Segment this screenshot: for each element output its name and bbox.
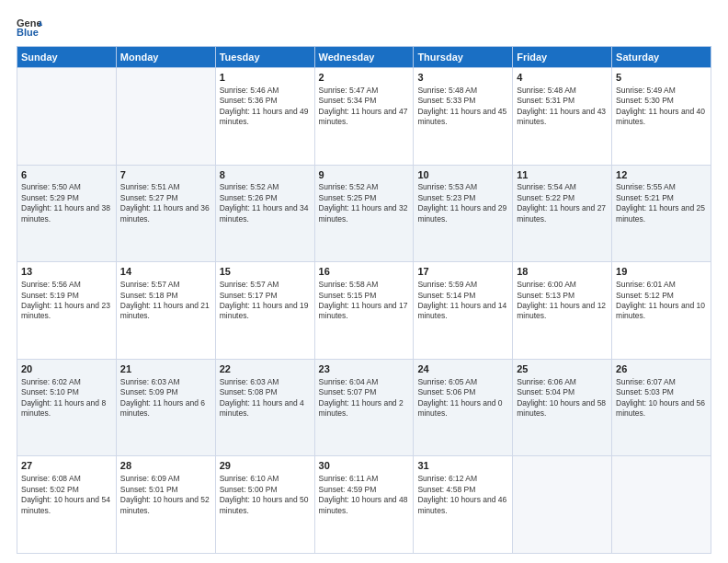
calendar-cell: 8Sunrise: 5:52 AM Sunset: 5:26 PM Daylig… <box>215 165 314 262</box>
day-number: 9 <box>319 168 410 182</box>
weekday-thursday: Thursday <box>414 47 513 68</box>
day-number: 4 <box>517 71 608 85</box>
day-number: 2 <box>319 71 410 85</box>
calendar-cell: 9Sunrise: 5:52 AM Sunset: 5:25 PM Daylig… <box>314 165 414 262</box>
calendar-cell: 15Sunrise: 5:57 AM Sunset: 5:17 PM Dayli… <box>215 262 314 360</box>
day-details: Sunrise: 5:46 AM Sunset: 5:36 PM Dayligh… <box>220 86 311 128</box>
calendar-cell: 27Sunrise: 6:08 AM Sunset: 5:02 PM Dayli… <box>17 456 117 554</box>
day-details: Sunrise: 6:12 AM Sunset: 4:58 PM Dayligh… <box>417 474 508 516</box>
day-details: Sunrise: 5:48 AM Sunset: 5:33 PM Dayligh… <box>417 86 508 128</box>
day-number: 5 <box>616 71 707 85</box>
day-number: 6 <box>21 168 112 182</box>
day-number: 15 <box>220 265 311 279</box>
weekday-sunday: Sunday <box>17 47 117 68</box>
day-number: 31 <box>417 459 508 473</box>
day-details: Sunrise: 5:52 AM Sunset: 5:25 PM Dayligh… <box>319 182 410 224</box>
calendar-cell: 23Sunrise: 6:04 AM Sunset: 5:07 PM Dayli… <box>314 359 414 456</box>
logo-icon: General Blue <box>17 17 42 37</box>
calendar-cell: 7Sunrise: 5:51 AM Sunset: 5:27 PM Daylig… <box>116 165 215 262</box>
day-details: Sunrise: 5:57 AM Sunset: 5:17 PM Dayligh… <box>220 280 311 322</box>
svg-text:Blue: Blue <box>17 27 39 37</box>
weekday-wednesday: Wednesday <box>314 47 414 68</box>
week-row-4: 20Sunrise: 6:02 AM Sunset: 5:10 PM Dayli… <box>17 359 711 456</box>
weekday-saturday: Saturday <box>612 47 711 68</box>
weekday-header-row: SundayMondayTuesdayWednesdayThursdayFrid… <box>17 47 711 68</box>
weekday-monday: Monday <box>116 47 215 68</box>
calendar-cell: 2Sunrise: 5:47 AM Sunset: 5:34 PM Daylig… <box>314 68 414 166</box>
calendar-table: SundayMondayTuesdayWednesdayThursdayFrid… <box>17 46 711 554</box>
calendar-cell: 12Sunrise: 5:55 AM Sunset: 5:21 PM Dayli… <box>612 165 711 262</box>
calendar-cell: 19Sunrise: 6:01 AM Sunset: 5:12 PM Dayli… <box>612 262 711 360</box>
calendar-cell <box>513 456 612 554</box>
calendar-cell: 26Sunrise: 6:07 AM Sunset: 5:03 PM Dayli… <box>612 359 711 456</box>
day-number: 7 <box>120 168 211 182</box>
calendar-cell: 13Sunrise: 5:56 AM Sunset: 5:19 PM Dayli… <box>17 262 117 360</box>
day-details: Sunrise: 6:02 AM Sunset: 5:10 PM Dayligh… <box>21 377 112 419</box>
day-details: Sunrise: 6:07 AM Sunset: 5:03 PM Dayligh… <box>616 377 707 419</box>
day-number: 25 <box>517 362 608 376</box>
day-number: 14 <box>120 265 211 279</box>
day-details: Sunrise: 6:00 AM Sunset: 5:13 PM Dayligh… <box>517 280 608 322</box>
day-details: Sunrise: 5:48 AM Sunset: 5:31 PM Dayligh… <box>517 86 608 128</box>
week-row-2: 6Sunrise: 5:50 AM Sunset: 5:29 PM Daylig… <box>17 165 711 262</box>
calendar-cell: 6Sunrise: 5:50 AM Sunset: 5:29 PM Daylig… <box>17 165 117 262</box>
day-details: Sunrise: 5:58 AM Sunset: 5:15 PM Dayligh… <box>319 280 410 322</box>
day-details: Sunrise: 6:03 AM Sunset: 5:08 PM Dayligh… <box>220 377 311 419</box>
day-number: 13 <box>21 265 112 279</box>
day-number: 1 <box>220 71 311 85</box>
day-details: Sunrise: 5:49 AM Sunset: 5:30 PM Dayligh… <box>616 86 707 128</box>
day-details: Sunrise: 5:59 AM Sunset: 5:14 PM Dayligh… <box>417 280 508 322</box>
calendar-cell: 21Sunrise: 6:03 AM Sunset: 5:09 PM Dayli… <box>116 359 215 456</box>
day-details: Sunrise: 5:57 AM Sunset: 5:18 PM Dayligh… <box>120 280 211 322</box>
day-details: Sunrise: 6:11 AM Sunset: 4:59 PM Dayligh… <box>319 474 410 516</box>
day-details: Sunrise: 6:08 AM Sunset: 5:02 PM Dayligh… <box>21 474 112 516</box>
day-details: Sunrise: 5:55 AM Sunset: 5:21 PM Dayligh… <box>616 182 707 224</box>
day-details: Sunrise: 5:47 AM Sunset: 5:34 PM Dayligh… <box>319 86 410 128</box>
week-row-1: 1Sunrise: 5:46 AM Sunset: 5:36 PM Daylig… <box>17 68 711 166</box>
calendar-cell: 16Sunrise: 5:58 AM Sunset: 5:15 PM Dayli… <box>314 262 414 360</box>
day-number: 30 <box>319 459 410 473</box>
day-details: Sunrise: 6:09 AM Sunset: 5:01 PM Dayligh… <box>120 474 211 516</box>
week-row-3: 13Sunrise: 5:56 AM Sunset: 5:19 PM Dayli… <box>17 262 711 360</box>
day-number: 23 <box>319 362 410 376</box>
week-row-5: 27Sunrise: 6:08 AM Sunset: 5:02 PM Dayli… <box>17 456 711 554</box>
calendar-cell: 5Sunrise: 5:49 AM Sunset: 5:30 PM Daylig… <box>612 68 711 166</box>
weekday-tuesday: Tuesday <box>215 47 314 68</box>
calendar-cell: 25Sunrise: 6:06 AM Sunset: 5:04 PM Dayli… <box>513 359 612 456</box>
calendar-page: General Blue SundayMondayTuesdayWednesda… <box>0 0 728 563</box>
calendar-cell: 29Sunrise: 6:10 AM Sunset: 5:00 PM Dayli… <box>215 456 314 554</box>
day-details: Sunrise: 6:10 AM Sunset: 5:00 PM Dayligh… <box>220 474 311 516</box>
calendar-cell: 22Sunrise: 6:03 AM Sunset: 5:08 PM Dayli… <box>215 359 314 456</box>
day-details: Sunrise: 5:53 AM Sunset: 5:23 PM Dayligh… <box>417 182 508 224</box>
day-number: 16 <box>319 265 410 279</box>
day-number: 21 <box>120 362 211 376</box>
day-details: Sunrise: 6:06 AM Sunset: 5:04 PM Dayligh… <box>517 377 608 419</box>
calendar-cell <box>612 456 711 554</box>
calendar-cell: 18Sunrise: 6:00 AM Sunset: 5:13 PM Dayli… <box>513 262 612 360</box>
calendar-cell: 28Sunrise: 6:09 AM Sunset: 5:01 PM Dayli… <box>116 456 215 554</box>
day-number: 12 <box>616 168 707 182</box>
day-number: 20 <box>21 362 112 376</box>
day-details: Sunrise: 6:01 AM Sunset: 5:12 PM Dayligh… <box>616 280 707 322</box>
day-details: Sunrise: 6:05 AM Sunset: 5:06 PM Dayligh… <box>417 377 508 419</box>
calendar-cell <box>17 68 117 166</box>
day-details: Sunrise: 5:54 AM Sunset: 5:22 PM Dayligh… <box>517 182 608 224</box>
day-number: 24 <box>417 362 508 376</box>
day-number: 19 <box>616 265 707 279</box>
day-number: 10 <box>417 168 508 182</box>
weekday-friday: Friday <box>513 47 612 68</box>
day-number: 22 <box>220 362 311 376</box>
day-number: 3 <box>417 71 508 85</box>
header: General Blue <box>17 17 711 37</box>
calendar-cell: 1Sunrise: 5:46 AM Sunset: 5:36 PM Daylig… <box>215 68 314 166</box>
day-number: 27 <box>21 459 112 473</box>
day-details: Sunrise: 5:50 AM Sunset: 5:29 PM Dayligh… <box>21 182 112 224</box>
calendar-cell: 17Sunrise: 5:59 AM Sunset: 5:14 PM Dayli… <box>414 262 513 360</box>
day-details: Sunrise: 5:52 AM Sunset: 5:26 PM Dayligh… <box>220 182 311 224</box>
calendar-cell: 10Sunrise: 5:53 AM Sunset: 5:23 PM Dayli… <box>414 165 513 262</box>
day-number: 28 <box>120 459 211 473</box>
calendar-cell: 30Sunrise: 6:11 AM Sunset: 4:59 PM Dayli… <box>314 456 414 554</box>
day-number: 26 <box>616 362 707 376</box>
calendar-cell: 11Sunrise: 5:54 AM Sunset: 5:22 PM Dayli… <box>513 165 612 262</box>
calendar-cell: 31Sunrise: 6:12 AM Sunset: 4:58 PM Dayli… <box>414 456 513 554</box>
